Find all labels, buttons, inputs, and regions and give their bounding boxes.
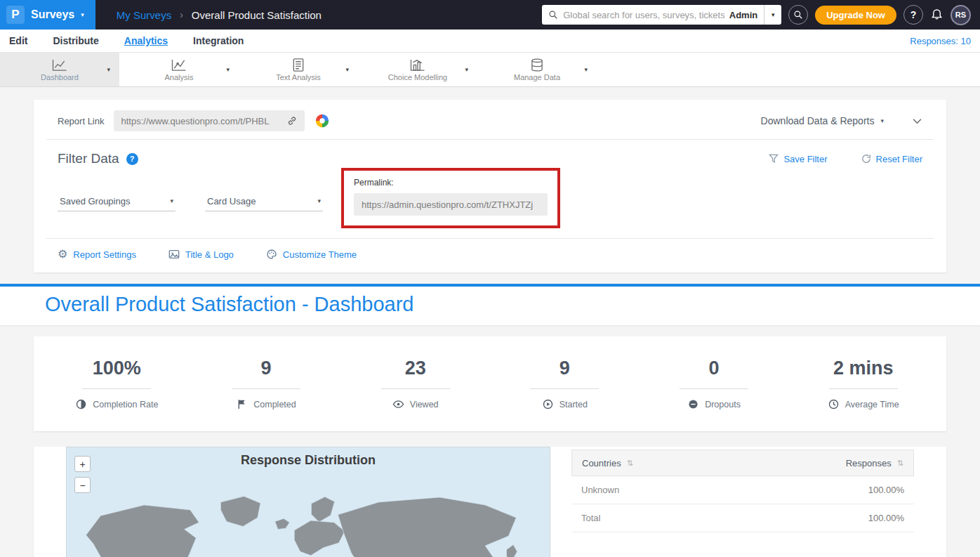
customize-theme-link[interactable]: Customize Theme xyxy=(266,249,357,260)
report-link-input[interactable] xyxy=(121,116,281,126)
flag-icon xyxy=(236,398,248,410)
image-icon xyxy=(168,249,180,260)
zoom-in-button[interactable]: + xyxy=(74,456,91,472)
product-name: Surveys xyxy=(31,8,74,21)
upgrade-now-button[interactable]: Upgrade Now xyxy=(815,6,896,25)
map-title: Response Distribution xyxy=(67,453,550,468)
breadcrumb: My Surveys › Overall Product Satisfactio… xyxy=(117,9,322,21)
stat-label: Started xyxy=(559,400,588,409)
stat-viewed: 23 Viewed xyxy=(340,358,490,410)
permalink-input[interactable] xyxy=(354,193,548,216)
nav-item-edit[interactable]: Edit xyxy=(9,35,27,46)
divider xyxy=(530,388,599,389)
caret-down-icon: ▾ xyxy=(170,198,173,204)
stat-value: 9 xyxy=(490,358,640,379)
report-settings-label: Report Settings xyxy=(73,249,136,260)
collapse-panel-button[interactable] xyxy=(912,116,922,126)
responses-column-header[interactable]: Responses ⇅ xyxy=(846,458,903,468)
permalink-highlight-box: Permalink: xyxy=(341,168,560,228)
header-label: Countries xyxy=(582,458,621,468)
tab-manage-data[interactable]: Manage Data ▾ xyxy=(477,53,597,86)
report-settings-link[interactable]: ⚙ Report Settings xyxy=(58,249,136,260)
choice-modelling-icon xyxy=(409,58,426,72)
countries-table: Countries ⇅ Responses ⇅ Unknown 100.00% … xyxy=(571,447,914,557)
saved-groupings-label: Saved Groupings xyxy=(60,196,130,207)
caret-down-icon[interactable]: ▾ xyxy=(584,66,588,73)
contrast-icon xyxy=(75,398,87,410)
breadcrumb-my-surveys[interactable]: My Surveys xyxy=(117,9,171,21)
caret-down-icon[interactable]: ▾ xyxy=(465,66,468,73)
stat-completion-rate: 100% Completion Rate xyxy=(42,358,192,410)
nav-item-distribute[interactable]: Distribute xyxy=(53,35,98,46)
stat-value: 23 xyxy=(340,358,490,379)
tab-dashboard[interactable]: Dashboard ▾ xyxy=(0,53,119,86)
caret-down-icon[interactable]: ▾ xyxy=(226,66,230,73)
clock-icon xyxy=(828,398,840,410)
text-analysis-icon xyxy=(290,58,307,72)
report-link-label: Report Link xyxy=(58,116,104,126)
sort-icon[interactable]: ⇅ xyxy=(897,459,903,468)
card-usage-select[interactable]: Card Usage ▾ xyxy=(205,192,323,211)
link-icon[interactable] xyxy=(286,115,298,126)
reset-filter-label: Reset Filter xyxy=(876,154,922,164)
responses-count[interactable]: Responses: 10 xyxy=(910,36,971,46)
stat-label: Viewed xyxy=(410,400,439,409)
download-data-reports-button[interactable]: Download Data & Reports ▾ xyxy=(761,115,884,126)
tab-text-analysis[interactable]: Text Analysis ▾ xyxy=(239,53,358,86)
search-submit-button[interactable] xyxy=(788,5,808,25)
report-settings-card: Report Link Download Data & Reports ▾ xyxy=(34,100,946,273)
stat-value: 0 xyxy=(640,358,789,379)
table-header-row: Countries ⇅ Responses ⇅ xyxy=(571,450,914,476)
topbar-actions: Admin ▾ Upgrade Now ? RS xyxy=(542,5,980,25)
card-usage-label: Card Usage xyxy=(207,196,256,207)
caret-down-icon: ▾ xyxy=(880,118,884,124)
table-row: Unknown 100.00% xyxy=(571,476,914,504)
stat-value: 2 mins xyxy=(788,358,938,379)
report-link-field xyxy=(114,110,305,131)
sort-icon[interactable]: ⇅ xyxy=(627,459,633,468)
user-avatar[interactable]: RS xyxy=(951,5,971,25)
permalink-label: Permalink: xyxy=(354,178,548,188)
title-logo-link[interactable]: Title & Logo xyxy=(168,249,234,260)
nav-item-analytics[interactable]: Analytics xyxy=(124,35,168,46)
search-scope-label: Admin xyxy=(729,10,757,20)
title-logo-label: Title & Logo xyxy=(185,249,234,260)
divider xyxy=(46,238,934,239)
product-switcher[interactable]: P Surveys ▾ xyxy=(0,0,95,30)
survey-nav: Edit Distribute Analytics Integration Re… xyxy=(0,30,980,53)
chevron-down-icon xyxy=(912,118,922,124)
stat-label: Average Time xyxy=(845,400,899,409)
download-label: Download Data & Reports xyxy=(761,115,875,126)
top-bar: P Surveys ▾ My Surveys › Overall Product… xyxy=(0,0,980,30)
help-button[interactable]: ? xyxy=(903,5,923,25)
nav-item-integration[interactable]: Integration xyxy=(193,35,244,46)
search-scope-dropdown[interactable]: ▾ xyxy=(764,5,781,25)
zoom-out-button[interactable]: − xyxy=(74,477,91,493)
stats-card: 100% Completion Rate 9 Completed 23 View… xyxy=(34,336,946,431)
global-search-input[interactable] xyxy=(563,10,724,20)
color-wheel-icon[interactable] xyxy=(314,113,330,129)
response-distribution-card: + − Response Distribution xyxy=(34,447,946,557)
caret-down-icon: ▾ xyxy=(772,11,775,18)
caret-down-icon[interactable]: ▾ xyxy=(345,66,349,73)
country-cell: Total xyxy=(581,513,600,523)
world-map xyxy=(67,477,550,557)
tab-choice-modelling[interactable]: Choice Modelling ▾ xyxy=(358,53,477,86)
tab-analysis[interactable]: Analysis ▾ xyxy=(119,53,239,86)
stat-dropouts: 0 Dropouts xyxy=(640,358,789,410)
tab-label: Manage Data xyxy=(514,73,560,81)
stat-value: 100% xyxy=(42,358,192,379)
global-search-box[interactable]: Admin xyxy=(542,5,764,25)
reset-filter-button[interactable]: Reset Filter xyxy=(861,154,922,164)
notifications-button[interactable] xyxy=(930,7,943,22)
tab-label: Dashboard xyxy=(41,73,79,81)
saved-groupings-select[interactable]: Saved Groupings ▾ xyxy=(58,192,176,211)
caret-down-icon[interactable]: ▾ xyxy=(107,66,110,73)
bell-icon xyxy=(930,7,943,20)
filter-help-icon[interactable]: ? xyxy=(126,153,138,165)
save-filter-button[interactable]: Save Filter xyxy=(769,154,827,164)
play-circle-icon xyxy=(542,398,554,410)
stat-label: Completion Rate xyxy=(93,400,158,409)
countries-column-header[interactable]: Countries ⇅ xyxy=(582,458,633,468)
palette-icon xyxy=(266,249,277,260)
